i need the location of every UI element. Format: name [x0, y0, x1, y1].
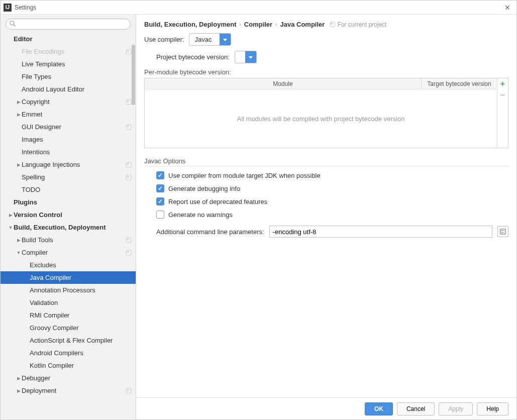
chevron-right-icon: ›: [275, 22, 277, 27]
sidebar-item[interactable]: ActionScript & Flex Compiler: [1, 334, 136, 347]
sidebar-item[interactable]: TODO: [1, 183, 136, 196]
sidebar-item[interactable]: Spelling: [1, 171, 136, 183]
sidebar-item-label: Intentions: [22, 148, 132, 156]
sidebar-item[interactable]: Groovy Compiler: [1, 322, 136, 334]
svg-marker-20: [223, 39, 227, 41]
svg-marker-21: [249, 56, 253, 59]
sidebar-item[interactable]: ▶Language Injections: [1, 158, 136, 171]
sidebar-item[interactable]: ▼Compiler: [1, 246, 136, 259]
sidebar-item[interactable]: Excludes: [1, 259, 136, 271]
minus-icon: −: [500, 90, 505, 100]
chevron-down-icon[interactable]: [220, 34, 231, 45]
svg-rect-7: [127, 126, 129, 127]
sidebar-item[interactable]: File Types: [1, 70, 136, 83]
chevron-down-icon: ▼: [8, 225, 14, 230]
sidebar-item[interactable]: ▶Build Tools: [1, 234, 136, 246]
chevron-right-icon: ▶: [16, 99, 22, 104]
use-compiler-combo[interactable]: Javac: [189, 33, 231, 46]
sidebar-item[interactable]: ▶Deployment: [1, 384, 136, 397]
sidebar-item-label: Deployment: [22, 387, 126, 394]
sidebar-item[interactable]: Intentions: [1, 146, 136, 158]
sidebar-item[interactable]: RMI Compiler: [1, 309, 136, 322]
sidebar-item[interactable]: File Encodings: [1, 45, 136, 58]
project-bytecode-label: Project bytecode version:: [156, 53, 230, 61]
sidebar-item[interactable]: Plugins: [1, 196, 136, 208]
sidebar-item-label: Copyright: [22, 98, 126, 106]
sidebar-item-label: ActionScript & Flex Compiler: [30, 337, 132, 344]
svg-line-1: [14, 25, 16, 27]
svg-rect-5: [127, 100, 129, 102]
params-input[interactable]: [269, 226, 492, 238]
sidebar-item-label: Validation: [30, 299, 132, 306]
col-target: Target bytecode version: [422, 78, 497, 89]
sidebar-item[interactable]: Live Templates: [1, 58, 136, 70]
sidebar-item-label: Kotlin Compiler: [30, 362, 132, 369]
sidebar-item[interactable]: Kotlin Compiler: [1, 359, 136, 372]
col-module: Module: [145, 78, 422, 89]
breadcrumb: Build, Execution, Deployment › Compiler …: [136, 15, 516, 33]
sidebar-item[interactable]: Android Layout Editor: [1, 83, 136, 95]
search-input[interactable]: [6, 19, 131, 30]
sidebar-item[interactable]: ▼Build, Execution, Deployment: [1, 221, 136, 234]
sidebar-item[interactable]: ▶Copyright: [1, 95, 136, 108]
sidebar-item[interactable]: Java Compiler: [1, 271, 136, 284]
sidebar-item-label: Editor: [14, 35, 132, 43]
checkbox-row-deprecated[interactable]: Report use of deprecated features: [144, 197, 508, 205]
sidebar-item[interactable]: Annotation Processors: [1, 284, 136, 296]
title-bar: IJ Settings ✕: [1, 1, 516, 15]
main-panel: Use compiler: Javac Project bytecode ver…: [136, 33, 516, 397]
project-icon: [126, 174, 132, 180]
sidebar-item-label: Images: [22, 136, 132, 143]
sidebar-item-label: Spelling: [22, 173, 126, 181]
sidebar-item[interactable]: Images: [1, 133, 136, 146]
sidebar-item[interactable]: ▶Version Control: [1, 208, 136, 221]
project-icon: [126, 388, 132, 394]
apply-button[interactable]: Apply: [439, 402, 473, 415]
scope-badge: For current project: [330, 21, 386, 28]
project-bytecode-combo[interactable]: [235, 51, 257, 63]
sidebar-item[interactable]: GUI Designer: [1, 121, 136, 133]
sidebar-item-label: Android Compilers: [30, 349, 132, 357]
checkbox-target-jdk[interactable]: [156, 171, 164, 179]
params-label: Additional command line parameters:: [156, 228, 264, 236]
checkbox-row-debug-info[interactable]: Generate debugging info: [144, 184, 508, 192]
sidebar-item-label: Plugins: [14, 198, 132, 206]
sidebar-item-label: Compiler: [22, 249, 126, 256]
close-icon[interactable]: ✕: [501, 4, 513, 12]
expand-icon: [500, 229, 506, 235]
search-box: [6, 19, 131, 30]
svg-rect-15: [127, 251, 129, 253]
checkbox-row-target-jdk[interactable]: Use compiler from module target JDK when…: [144, 171, 508, 179]
help-button[interactable]: Help: [477, 402, 508, 415]
add-module-button[interactable]: +: [497, 78, 508, 89]
expand-params-button[interactable]: [497, 226, 508, 237]
sidebar-item-label: Debugger: [22, 374, 132, 382]
ok-button[interactable]: OK: [365, 402, 393, 415]
sidebar-item[interactable]: Validation: [1, 296, 136, 309]
crumb-3: Java Compiler: [280, 21, 325, 28]
svg-rect-13: [127, 239, 129, 240]
sidebar-item-label: File Types: [22, 73, 132, 80]
sidebar-item[interactable]: Editor: [1, 33, 136, 45]
per-module-label: Per-module bytecode version:: [144, 68, 508, 76]
checkbox-no-warnings[interactable]: [156, 211, 164, 219]
app-icon: IJ: [4, 4, 12, 12]
remove-module-button[interactable]: −: [497, 89, 508, 100]
sidebar-item[interactable]: Android Compilers: [1, 347, 136, 359]
project-icon: [126, 99, 132, 105]
svg-rect-19: [331, 23, 333, 25]
checkbox-row-no-warnings[interactable]: Generate no warnings: [144, 211, 508, 219]
checkbox-deprecated[interactable]: [156, 197, 164, 205]
checkbox-debug-info[interactable]: [156, 184, 164, 192]
module-table-empty: All modules will be compiled with projec…: [145, 89, 497, 148]
chevron-down-icon[interactable]: [245, 51, 256, 63]
project-icon: [126, 250, 132, 256]
cancel-button[interactable]: Cancel: [397, 402, 435, 415]
project-icon: [126, 237, 132, 243]
svg-rect-3: [127, 50, 129, 52]
sidebar-item[interactable]: ▶Debugger: [1, 372, 136, 384]
sidebar-item[interactable]: ▶Emmet: [1, 108, 136, 121]
svg-point-0: [10, 21, 14, 25]
scrollbar-thumb[interactable]: [132, 45, 135, 105]
svg-rect-9: [127, 163, 129, 165]
